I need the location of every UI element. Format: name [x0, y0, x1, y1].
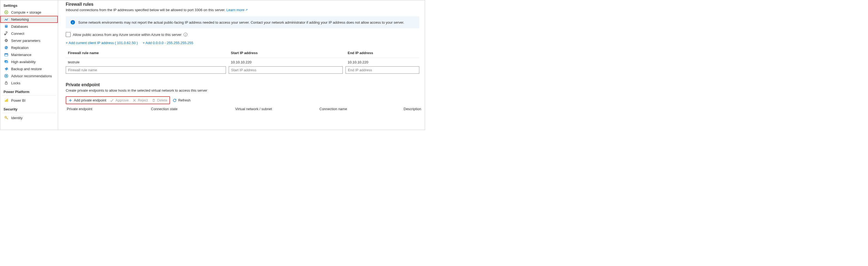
approve-button: Approve [110, 98, 128, 102]
sidebar-item-label: High availability [11, 60, 36, 64]
private-endpoint-table-header: Private endpoint Connection state Virtua… [66, 104, 419, 111]
col-end-ip: End IP address [348, 51, 417, 55]
private-endpoint-toolbar: Add private endpoint Approve Reject Dele… [66, 96, 170, 104]
col-start-ip: Start IP address [231, 51, 345, 55]
refresh-button[interactable]: Refresh [173, 98, 191, 102]
database-icon [4, 24, 8, 29]
reject-label: Reject [138, 98, 148, 102]
lock-icon [4, 81, 8, 85]
svg-point-13 [6, 75, 7, 77]
reject-button: Reject [132, 98, 148, 102]
sidebar-item-advisor[interactable]: Advisor recommendations [0, 72, 58, 79]
ip-link-row: + Add current client IP address ( 101.0.… [66, 41, 419, 45]
firewall-title: Firewall rules [66, 2, 419, 7]
svg-point-3 [6, 20, 7, 21]
info-banner-text: Some network environments may not report… [78, 20, 404, 25]
sidebar-item-databases[interactable]: Databases [0, 23, 58, 30]
sidebar-item-label: Advisor recommendations [11, 74, 52, 78]
add-client-ip-link[interactable]: + Add current client IP address ( 101.0.… [66, 41, 138, 45]
firewall-input-row [66, 66, 419, 74]
sidebar-item-maintenance[interactable]: Maintenance [0, 51, 58, 58]
allow-public-row: Allow public access from any Azure servi… [66, 32, 419, 37]
sidebar-item-label: Maintenance [11, 53, 31, 57]
svg-point-6 [5, 40, 7, 41]
sidebar-item-label: Server parameters [11, 38, 40, 43]
sidebar-item-high-availability[interactable]: High availability [0, 58, 58, 65]
key-icon [4, 115, 8, 120]
trash-icon [152, 99, 156, 102]
svg-rect-14 [5, 83, 7, 84]
add-pe-label: Add private endpoint [74, 98, 106, 102]
col-rule-name: Firewall rule name [68, 51, 228, 55]
sidebar-item-backup-restore[interactable]: Backup and restore [0, 65, 58, 72]
svg-point-5 [5, 25, 8, 26]
replication-icon [4, 46, 8, 50]
sidebar-item-label: Backup and restore [11, 67, 42, 71]
col-connection-state: Connection state [151, 107, 232, 111]
add-private-endpoint-button[interactable]: Add private endpoint [68, 98, 106, 102]
rule-name-input[interactable] [66, 66, 226, 74]
sidebar-item-server-parameters[interactable]: Server parameters [0, 37, 58, 44]
networking-icon [4, 17, 8, 22]
sidebar-item-compute[interactable]: Compute + storage [0, 9, 58, 16]
sidebar-item-networking[interactable]: Networking [0, 16, 58, 23]
sidebar-item-label: Replication [11, 46, 29, 50]
col-connection-name: Connection name [319, 107, 401, 111]
approve-label: Approve [116, 98, 128, 102]
info-hint-icon[interactable]: i [184, 33, 187, 36]
allow-public-checkbox[interactable] [66, 32, 71, 37]
sidebar-section-settings: Settings [0, 2, 58, 9]
x-icon [132, 99, 136, 102]
info-icon: i [71, 20, 75, 25]
col-description: Description [404, 107, 421, 111]
svg-rect-17 [7, 99, 8, 102]
sidebar: Settings Compute + storage Networking Da… [0, 0, 58, 130]
gear-icon [4, 38, 8, 43]
compute-icon [4, 10, 8, 15]
sidebar-item-connect[interactable]: Connect [0, 30, 58, 37]
sidebar-section-power-platform: Power Platform [0, 88, 58, 95]
divider [2, 113, 56, 113]
sidebar-item-label: Databases [11, 25, 28, 29]
start-ip-input[interactable] [229, 66, 343, 74]
high-availability-icon [4, 59, 8, 64]
delete-button: Delete [152, 98, 167, 102]
rule-name-cell: testrule [68, 60, 228, 64]
sidebar-item-label: Power BI [11, 99, 26, 103]
rule-start-cell: 10.10.10.220 [231, 60, 345, 64]
sidebar-item-label: Identity [11, 116, 23, 120]
private-endpoint-title: Private endpoint [66, 82, 419, 87]
maintenance-icon [4, 53, 8, 57]
svg-point-2 [5, 19, 6, 20]
svg-rect-11 [5, 61, 8, 63]
rule-end-cell: 10.10.10.220 [348, 60, 417, 64]
firewall-table-header: Firewall rule name Start IP address End … [66, 48, 419, 58]
connect-icon [4, 31, 8, 36]
learn-more-link[interactable]: Learn more [226, 8, 248, 12]
sidebar-item-label: Connect [11, 31, 24, 36]
sidebar-item-label: Compute + storage [11, 10, 41, 15]
delete-label: Delete [157, 98, 167, 102]
end-ip-input[interactable] [345, 66, 419, 74]
refresh-icon [173, 99, 177, 102]
sidebar-item-locks[interactable]: Locks [0, 79, 58, 86]
advisor-icon [4, 74, 8, 78]
allow-public-label: Allow public access from any Azure servi… [73, 33, 181, 37]
powerbi-icon [4, 98, 8, 103]
svg-rect-16 [6, 100, 7, 102]
sidebar-item-identity[interactable]: Identity [0, 114, 58, 121]
firewall-rule-row: testrule 10.10.10.220 10.10.10.220 [66, 58, 419, 66]
firewall-description: Inbound connections from the IP addresse… [66, 8, 419, 12]
sidebar-section-security: Security [0, 106, 58, 112]
add-ip-range-link[interactable]: + Add 0.0.0.0 - 255.255.255.255 [143, 41, 193, 45]
firewall-description-text: Inbound connections from the IP addresse… [66, 8, 226, 12]
sidebar-item-label: Networking [11, 18, 29, 22]
check-icon [110, 99, 114, 102]
sidebar-item-powerbi[interactable]: Power BI [0, 97, 58, 104]
col-private-endpoint: Private endpoint [67, 107, 148, 111]
divider [2, 96, 56, 96]
svg-point-1 [6, 12, 7, 13]
svg-rect-9 [5, 54, 8, 54]
info-banner: i Some network environments may not repo… [66, 16, 419, 28]
sidebar-item-replication[interactable]: Replication [0, 44, 58, 51]
